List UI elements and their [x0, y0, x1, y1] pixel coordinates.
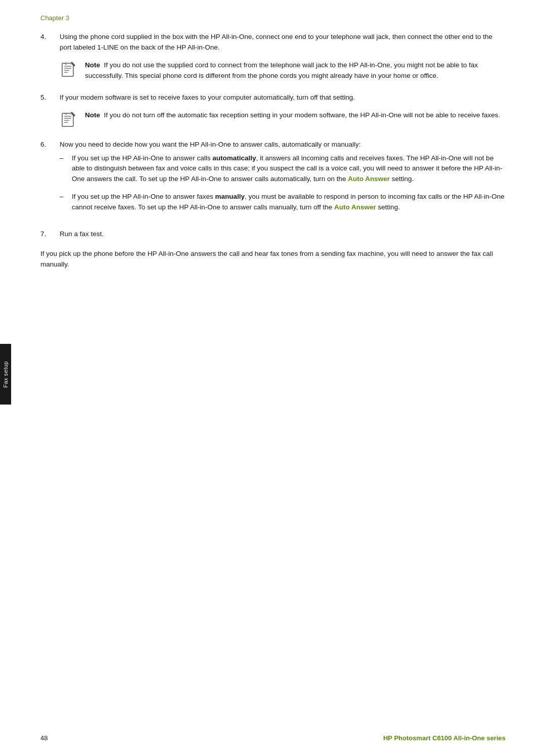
list-item-4: 4. Using the phone cord supplied in the …	[40, 32, 506, 83]
list-text-4: Using the phone cord supplied in the box…	[60, 33, 492, 51]
note-text-5: Note If you do not turn off the automati…	[85, 110, 506, 121]
svg-rect-0	[62, 63, 73, 76]
auto-answer-link-2[interactable]: Auto Answer	[334, 203, 376, 211]
side-tab: Fax setup	[0, 344, 11, 405]
note-text-4: Note If you do not use the supplied cord…	[85, 60, 506, 81]
list-content-5: If your modem software is set to receive…	[60, 93, 506, 130]
sub-list-item-6-2: – If you set up the HP All-in-One to ans…	[60, 192, 506, 213]
list-number-6: 6.	[40, 140, 60, 220]
list-number-5: 5.	[40, 93, 60, 130]
list-content-6: Now you need to decide how you want the …	[60, 140, 506, 220]
list-number-4: 4.	[40, 32, 60, 83]
product-name: HP Photosmart C6100 All-in-One series	[383, 734, 506, 742]
bold-manually: manually	[215, 193, 245, 200]
note-svg-icon-5	[61, 111, 78, 128]
bold-automatically: automatically	[212, 154, 256, 162]
list-text-7: Run a fax test.	[60, 230, 104, 238]
sub-content-6-1: If you set up the HP All-in-One to answe…	[72, 153, 506, 185]
note-icon-5	[60, 110, 79, 128]
auto-answer-link-1[interactable]: Auto Answer	[348, 175, 390, 183]
note-box-5: Note If you do not turn off the automati…	[60, 110, 506, 128]
list-content-7: Run a fax test.	[60, 229, 506, 240]
list-item-5: 5. If your modem software is set to rece…	[40, 93, 506, 130]
sub-list-6: – If you set up the HP All-in-One to ans…	[60, 153, 506, 213]
list-number-7: 7.	[40, 229, 60, 240]
numbered-list: 4. Using the phone cord supplied in the …	[40, 32, 506, 240]
page-container: Chapter 3 4. Using the phone cord suppli…	[0, 0, 546, 756]
list-item-7: 7. Run a fax test.	[40, 229, 506, 240]
note-box-4: Note If you do not use the supplied cord…	[60, 60, 506, 81]
chapter-heading: Chapter 3	[40, 14, 506, 22]
list-item-6: 6. Now you need to decide how you want t…	[40, 140, 506, 220]
note-svg-icon-4	[61, 61, 78, 78]
closing-paragraph: If you pick up the phone before the HP A…	[40, 249, 506, 270]
sub-dash-6-2: –	[60, 192, 72, 213]
main-content: 4. Using the phone cord supplied in the …	[40, 32, 506, 270]
sub-content-6-2: If you set up the HP All-in-One to answe…	[72, 192, 506, 213]
note-icon-4	[60, 60, 79, 78]
sub-dash-6-1: –	[60, 153, 72, 185]
page-number: 48	[40, 734, 48, 742]
list-text-6: Now you need to decide how you want the …	[60, 141, 361, 148]
list-text-5: If your modem software is set to receive…	[60, 94, 355, 101]
page-footer: 48 HP Photosmart C6100 All-in-One series	[40, 734, 506, 742]
note-label-4: Note	[85, 61, 100, 69]
note-label-5: Note	[85, 111, 100, 119]
sub-list-item-6-1: – If you set up the HP All-in-One to ans…	[60, 153, 506, 185]
side-tab-label: Fax setup	[3, 361, 9, 388]
list-content-4: Using the phone cord supplied in the box…	[60, 32, 506, 83]
svg-rect-8	[62, 113, 73, 126]
